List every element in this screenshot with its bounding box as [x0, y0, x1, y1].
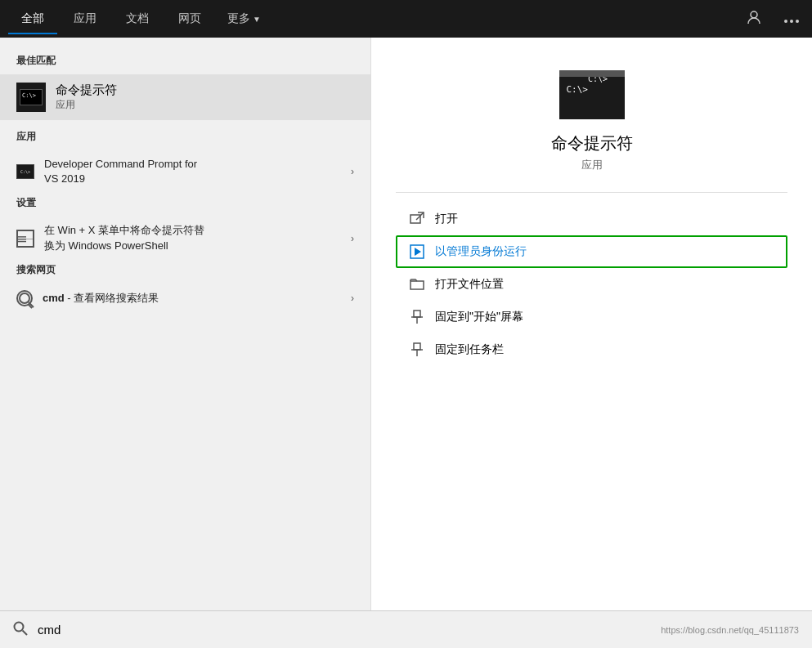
search-icon: [16, 290, 33, 306]
admin-icon: [409, 244, 425, 260]
bottom-search-bar: https://blog.csdn.net/qq_45111873: [0, 610, 812, 648]
app-preview-name: 命令提示符: [551, 132, 633, 154]
action-run-admin[interactable]: 以管理员身份运行: [396, 235, 787, 268]
settings-section-label: 设置: [0, 193, 370, 217]
svg-point-2: [790, 20, 793, 23]
right-panel: C:\> 命令提示符 应用 打开: [370, 38, 812, 615]
action-open-label: 打开: [435, 212, 458, 226]
action-list: 打开 以管理员身份运行: [396, 203, 787, 366]
action-pin-taskbar-label: 固定到任务栏: [435, 342, 504, 357]
best-match-name: 命令提示符: [56, 83, 117, 98]
left-panel: 最佳匹配 命令提示符 应用 应用 Developer Command Promp…: [0, 38, 370, 615]
divider: [396, 192, 787, 193]
web-chevron: ›: [351, 293, 354, 304]
tab-docs[interactable]: 文档: [113, 3, 162, 34]
more-options-icon[interactable]: [779, 7, 804, 31]
app-item-chevron: ›: [351, 166, 354, 177]
chevron-down-icon: ▼: [253, 15, 261, 24]
action-pin-taskbar[interactable]: 固定到任务栏: [396, 333, 787, 366]
settings-powershell-item[interactable]: 在 Win + X 菜单中将命令提示符替换为 Windows PowerShel…: [0, 217, 370, 259]
settings-item-label: 在 Win + X 菜单中将命令提示符替换为 Windows PowerShel…: [44, 223, 341, 252]
best-match-item[interactable]: 命令提示符 应用: [0, 74, 370, 120]
cmd-app-icon: [16, 83, 46, 112]
svg-rect-9: [410, 215, 420, 223]
dev-cmd-label: Developer Command Prompt forVS 2019: [44, 157, 341, 186]
web-section-label: 搜索网页: [0, 260, 370, 284]
svg-point-19: [15, 622, 24, 631]
tab-web[interactable]: 网页: [165, 3, 214, 34]
folder-icon: [409, 276, 425, 293]
svg-rect-13: [414, 311, 420, 317]
svg-rect-6: [18, 240, 26, 241]
web-search-label: cmd - 查看网络搜索结果: [43, 291, 159, 306]
app-preview-type: 应用: [581, 158, 603, 172]
cmd-icon-small: [20, 89, 43, 105]
web-search-item[interactable]: cmd - 查看网络搜索结果 ›: [0, 284, 370, 313]
person-icon[interactable]: [742, 5, 766, 33]
action-pin-start[interactable]: 固定到"开始"屏幕: [396, 301, 787, 333]
tab-more[interactable]: 更多 ▼: [218, 3, 271, 34]
csdn-url: https://blog.csdn.net/qq_45111873: [661, 625, 799, 635]
apps-section-label: 应用: [0, 127, 370, 150]
settings-icon: [16, 230, 34, 248]
search-icon-bottom: [13, 621, 28, 639]
tab-all[interactable]: 全部: [8, 3, 57, 34]
svg-point-3: [796, 20, 799, 23]
svg-rect-5: [18, 239, 26, 239]
action-pin-start-label: 固定到"开始"屏幕: [435, 310, 523, 324]
pin-taskbar-icon: [409, 342, 425, 358]
action-open[interactable]: 打开: [396, 203, 787, 235]
cmd-title-bar: [559, 70, 625, 77]
svg-marker-12: [415, 248, 421, 256]
top-nav-bar: 全部 应用 文档 网页 更多 ▼: [0, 0, 812, 38]
best-match-type: 应用: [56, 98, 117, 112]
svg-rect-4: [18, 236, 26, 237]
svg-point-1: [784, 20, 787, 23]
action-admin-label: 以管理员身份运行: [435, 244, 527, 259]
pin-start-icon: [409, 309, 425, 325]
svg-rect-16: [414, 343, 420, 350]
open-icon: [409, 211, 425, 227]
tab-apps[interactable]: 应用: [61, 3, 110, 34]
best-match-label: 最佳匹配: [0, 51, 370, 74]
svg-line-20: [23, 630, 28, 635]
svg-point-7: [20, 293, 29, 303]
action-file-location-label: 打开文件位置: [435, 277, 504, 292]
search-input[interactable]: [38, 623, 661, 637]
nav-right-icons: [742, 5, 804, 33]
settings-chevron: ›: [351, 233, 354, 244]
action-file-location[interactable]: 打开文件位置: [396, 268, 787, 301]
best-match-info: 命令提示符 应用: [56, 83, 117, 112]
dev-cmd-prompt-item[interactable]: Developer Command Prompt forVS 2019 ›: [0, 150, 370, 193]
nav-tabs: 全部 应用 文档 网页 更多 ▼: [8, 3, 742, 34]
app-preview-icon: C:\>: [559, 70, 625, 119]
svg-point-0: [751, 11, 757, 18]
dev-cmd-icon: [16, 164, 34, 179]
svg-line-8: [29, 302, 34, 307]
main-area: 最佳匹配 命令提示符 应用 应用 Developer Command Promp…: [0, 38, 812, 615]
